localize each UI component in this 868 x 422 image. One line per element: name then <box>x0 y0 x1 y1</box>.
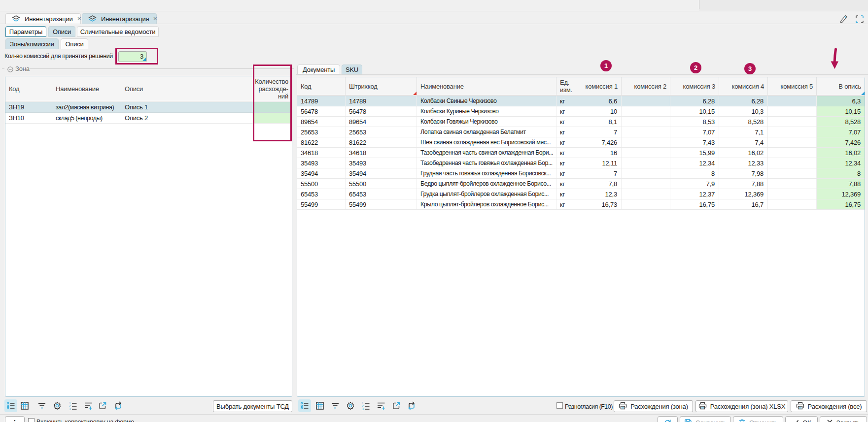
cell[interactable] <box>768 106 817 116</box>
column-header-9[interactable]: В опись <box>817 77 865 95</box>
cell[interactable]: кг <box>556 158 573 168</box>
tab-opisi-sub[interactable]: Описи <box>61 38 88 49</box>
cell[interactable]: 8,528 <box>719 117 768 127</box>
cell[interactable]: 7,1 <box>719 127 768 137</box>
cell[interactable]: 65453 <box>346 189 417 199</box>
cell[interactable]: 16 <box>573 148 622 158</box>
grid-view-icon[interactable] <box>18 399 31 412</box>
column-header-1[interactable]: Штрихкод <box>346 77 417 95</box>
cell[interactable]: 7,07 <box>670 127 719 137</box>
tab-parametry[interactable]: Параметры <box>5 26 46 37</box>
table-row[interactable]: 3549335493Тазобедренная часть говяжья ох… <box>297 158 865 168</box>
cell[interactable]: 81622 <box>346 137 417 147</box>
cell[interactable]: 8,53 <box>670 117 719 127</box>
cell[interactable] <box>768 96 817 106</box>
cell[interactable]: 25653 <box>297 127 346 137</box>
cell[interactable] <box>622 158 670 168</box>
cell[interactable]: 12,369 <box>817 189 865 199</box>
cell[interactable]: 35494 <box>297 168 346 178</box>
column-header-3[interactable]: Ед. изм. <box>556 77 573 95</box>
cell[interactable]: кг <box>556 106 573 116</box>
cell[interactable]: Опись 1 <box>121 102 254 112</box>
tab-zony-komissii[interactable]: Зоны/комиссии <box>5 38 59 49</box>
column-header-8[interactable]: комиссия 5 <box>768 77 817 95</box>
cell[interactable]: Колбаски Свиные Черкизово <box>417 96 556 106</box>
cell[interactable]: 8 <box>817 168 865 178</box>
cell[interactable]: 6,3 <box>817 96 865 106</box>
cell[interactable]: 25653 <box>346 127 417 137</box>
select-tsd-documents-button[interactable]: Выбрать документы ТСД <box>213 400 292 412</box>
cell[interactable]: 12,3 <box>573 189 622 199</box>
cell[interactable]: 16,02 <box>817 148 865 158</box>
cell[interactable]: кг <box>556 168 573 178</box>
cell[interactable]: 81622 <box>297 137 346 147</box>
tab-slichitelnye-vedomosti[interactable]: Сличительные ведомости <box>77 26 159 37</box>
cell[interactable]: 7,98 <box>719 168 768 178</box>
cell[interactable] <box>622 189 670 199</box>
doc-tab-inventarizaciya[interactable]: Инвентаризация × <box>82 13 157 24</box>
cell[interactable]: 16,75 <box>670 199 719 209</box>
cell[interactable]: 7,88 <box>817 179 865 189</box>
filter-icon[interactable] <box>329 399 342 412</box>
tab-sku[interactable]: SKU <box>342 65 362 74</box>
open-external-icon[interactable] <box>96 399 109 412</box>
cell[interactable] <box>768 168 817 178</box>
cell[interactable]: кг <box>556 117 573 127</box>
cell[interactable]: 7,4 <box>719 137 768 147</box>
enable-correction-checkbox[interactable] <box>28 418 35 422</box>
filter-icon[interactable] <box>35 399 48 412</box>
table-row[interactable]: 2565325653Лопатка свиная охлажденная Бел… <box>297 127 865 137</box>
cell[interactable]: 10,3 <box>719 106 768 116</box>
cell[interactable]: 10,15 <box>817 106 865 116</box>
cell[interactable]: 7,426 <box>817 137 865 147</box>
cell[interactable]: Крыло цыплят-бройлеров охлажденное Борис… <box>417 199 556 209</box>
cell[interactable] <box>768 189 817 199</box>
print-zone-button[interactable]: Расхождения (зона) <box>614 400 693 412</box>
cell[interactable]: 55499 <box>297 199 346 209</box>
cell[interactable] <box>622 137 670 147</box>
table-row[interactable]: 5549955499Крыло цыплят-бройлеров охлажде… <box>297 199 865 210</box>
cell[interactable]: кг <box>556 96 573 106</box>
column-header-0[interactable]: Код <box>5 76 52 101</box>
cell[interactable]: Грудная часть говяжья охлажденная Борисо… <box>417 168 556 178</box>
cell[interactable]: 7,43 <box>670 137 719 147</box>
cell[interactable] <box>622 199 670 209</box>
cell[interactable]: 8,528 <box>817 117 865 127</box>
column-header-2[interactable]: Наименование <box>417 77 556 95</box>
table-row[interactable]: 6545365453Грудка цыплят-бройлеров охлажд… <box>297 189 865 199</box>
cell[interactable] <box>622 127 670 137</box>
numbered-list-icon[interactable]: 1 2 3 <box>359 399 372 412</box>
cell[interactable] <box>622 148 670 158</box>
cell[interactable]: кг <box>556 179 573 189</box>
cell[interactable]: 7,07 <box>817 127 865 137</box>
cell[interactable]: 12,34 <box>817 158 865 168</box>
cell[interactable]: Тазобедренная часть говяжья охлажденная … <box>417 158 556 168</box>
cell[interactable]: 14789 <box>346 96 417 106</box>
column-header-4[interactable]: комиссия 1 <box>573 77 622 95</box>
cell[interactable]: Бедро цыплят-бройлеров охлажденное Борис… <box>417 179 556 189</box>
settings-icon[interactable] <box>51 399 64 412</box>
close-icon[interactable]: × <box>77 15 81 22</box>
cell[interactable]: 55500 <box>346 179 417 189</box>
table-row[interactable]: ЗН19зал2(мясная витрина)Опись 1 <box>5 102 292 113</box>
table-row[interactable]: 1478914789Колбаски Свиные Черкизовокг6,6… <box>297 96 865 106</box>
raznoglasiya-checkbox[interactable] <box>556 402 563 409</box>
table-row[interactable]: 5647856478Колбаски Куриные Черкизовокг10… <box>297 106 865 117</box>
table-row[interactable]: 8162281622Шея свиная охлажденная вес Бор… <box>297 137 865 148</box>
cell[interactable]: склад5 (непроды) <box>52 113 121 123</box>
tab-dokumenty[interactable]: Документы <box>297 65 340 74</box>
cell[interactable]: ЗН19 <box>5 102 52 112</box>
collapse-icon[interactable] <box>7 66 13 74</box>
cell[interactable]: 12,37 <box>670 189 719 199</box>
cell[interactable]: 34618 <box>297 148 346 158</box>
cancel-button[interactable]: Отменить <box>733 416 783 422</box>
cell[interactable] <box>622 117 670 127</box>
cell[interactable]: 12,11 <box>573 158 622 168</box>
cell[interactable]: 10,15 <box>670 106 719 116</box>
cell[interactable] <box>622 106 670 116</box>
cell[interactable]: 6,28 <box>670 96 719 106</box>
column-header-1[interactable]: Наименование <box>52 76 121 101</box>
cell[interactable]: ЗН10 <box>5 113 52 123</box>
list-view-icon[interactable] <box>4 399 17 412</box>
cell[interactable]: 35493 <box>297 158 346 168</box>
